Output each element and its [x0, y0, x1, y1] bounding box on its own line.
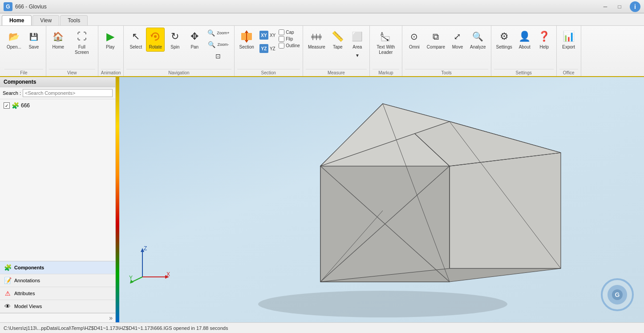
tab-model-views[interactable]: 👁 Model Views: [0, 300, 115, 313]
components-title: Components: [4, 79, 36, 85]
flip-input[interactable]: [279, 36, 284, 42]
navigation-group-items: ↖ Select Rotate ↻ Spin ✥ Pan: [126, 28, 231, 68]
ribbon-group-animation: ▶ Play Animation: [98, 26, 124, 76]
fullscreen-button[interactable]: ⛶ Full Screen: [69, 28, 95, 57]
analyze-label: Analyze: [470, 45, 486, 50]
outline-checkbox[interactable]: Outline: [279, 43, 300, 49]
tab-home[interactable]: Home: [2, 15, 32, 25]
ribbon-group-markup: A Text With Leader Markup: [370, 26, 402, 76]
section-button[interactable]: Section: [237, 28, 256, 52]
ribbon-group-file: 📂 Open... 💾 Save File: [2, 26, 46, 76]
about-button[interactable]: 👤 About: [515, 28, 534, 52]
yz-icon: YZ: [259, 44, 268, 53]
tab-components[interactable]: 🧩 Components: [0, 261, 115, 274]
home-button[interactable]: 🏠 Home: [49, 28, 68, 52]
zoom-out-button[interactable]: 🔍 Zoom-: [205, 39, 231, 50]
play-icon: ▶: [103, 29, 117, 44]
view-group-items: 🏠 Home ⛶ Full Screen: [49, 28, 95, 68]
tape-button[interactable]: 📏 Tape: [328, 28, 347, 52]
3d-model-view: [116, 77, 644, 322]
office-group-items: 📊 Export: [559, 28, 578, 68]
tree-item-666[interactable]: ✓ 🧩 666: [2, 101, 113, 110]
pan-button[interactable]: ✥ Pan: [185, 28, 204, 52]
save-button[interactable]: 💾 Save: [24, 28, 43, 52]
text-leader-label: Text With Leader: [375, 45, 397, 55]
tree-area: ✓ 🧩 666: [0, 99, 115, 261]
omni-button[interactable]: ⊙ Omni: [405, 28, 424, 52]
outline-input[interactable]: [279, 43, 284, 49]
tools-group-label: Tools: [405, 69, 488, 75]
area-button[interactable]: ⬜ Area: [348, 28, 367, 52]
xy-label: XY: [270, 33, 275, 38]
pan-label: Pan: [190, 45, 198, 50]
text-leader-button[interactable]: A Text With Leader: [373, 28, 399, 57]
ribbon-group-section: Section XY XY YZ YZ Cap Flip: [235, 26, 303, 76]
ribbon: 📂 Open... 💾 Save File 🏠 Home ⛶ Full Scre…: [0, 26, 644, 77]
tree-checkbox[interactable]: ✓: [4, 102, 10, 109]
window-title: 666 - Glovius: [15, 4, 599, 10]
settings-group-items: ⚙ Settings 👤 About ❓ Help: [494, 28, 554, 68]
cap-input[interactable]: [279, 29, 284, 35]
annotations-tab-icon: 📝: [4, 276, 12, 284]
tab-tools[interactable]: Tools: [60, 15, 88, 25]
section-icon: [239, 29, 254, 44]
help-button[interactable]: ❓ Help: [535, 28, 554, 52]
svg-point-14: [258, 291, 507, 317]
home-icon: 🏠: [51, 29, 65, 44]
tab-bar: Home View Tools: [0, 13, 644, 26]
fit-icon: ⊡: [214, 52, 223, 61]
tab-annotations[interactable]: 📝 Annotations: [0, 274, 115, 287]
xy-icon: XY: [259, 31, 268, 40]
tab-attributes[interactable]: ⚠ Attributes: [0, 287, 115, 300]
svg-line-35: [131, 277, 142, 282]
help-icon: ❓: [537, 29, 551, 44]
move-button[interactable]: ⤢ Move: [448, 28, 467, 52]
compare-icon: ⧉: [429, 29, 443, 44]
play-button[interactable]: ▶ Play: [101, 28, 120, 52]
select-icon: ↖: [129, 29, 143, 44]
info-button[interactable]: i: [630, 1, 640, 12]
analyze-button[interactable]: 🔍 Analyze: [468, 28, 488, 52]
xy-axis-button[interactable]: XY XY: [257, 29, 278, 41]
about-label: About: [519, 45, 531, 50]
compare-button[interactable]: ⧉ Compare: [425, 28, 447, 52]
spin-button[interactable]: ↻ Spin: [166, 28, 184, 52]
search-input[interactable]: [23, 89, 113, 97]
area-dropdown-button[interactable]: ▼: [348, 52, 367, 59]
home-label: Home: [52, 45, 64, 50]
maximize-button[interactable]: □: [613, 2, 626, 11]
fit-button[interactable]: ⊡: [212, 51, 224, 61]
expand-panel-button[interactable]: »: [0, 313, 115, 322]
main-area: Components Search : ✓ 🧩 666 🧩 Components…: [0, 77, 644, 322]
ribbon-group-view: 🏠 Home ⛶ Full Screen View: [46, 26, 98, 76]
markup-group-items: A Text With Leader: [373, 28, 399, 68]
pan-icon: ✥: [187, 29, 202, 44]
glovius-watermark: G: [599, 277, 635, 313]
help-label: Help: [539, 45, 549, 50]
yz-axis-button[interactable]: YZ YZ: [257, 43, 278, 54]
svg-marker-4: [245, 30, 248, 33]
omni-label: Omni: [409, 45, 420, 50]
rotate-button[interactable]: Rotate: [146, 28, 165, 52]
open-button[interactable]: 📂 Open...: [4, 28, 24, 52]
area-icon: ⬜: [350, 29, 365, 44]
measure-button[interactable]: Measure: [306, 28, 328, 52]
svg-text:G: G: [615, 291, 620, 298]
tape-label: Tape: [333, 45, 343, 50]
section-group-items: Section XY XY YZ YZ Cap Flip: [237, 28, 300, 68]
flip-checkbox[interactable]: Flip: [279, 36, 300, 42]
minimize-button[interactable]: ─: [599, 2, 612, 11]
viewport[interactable]: Z X Y G: [116, 77, 644, 322]
export-button[interactable]: 📊 Export: [559, 28, 578, 52]
cap-checkbox[interactable]: Cap: [279, 29, 300, 35]
settings-button[interactable]: ⚙ Settings: [494, 28, 514, 52]
tab-view[interactable]: View: [32, 15, 59, 25]
zoom-in-button[interactable]: 🔍 Zoom+: [205, 28, 231, 38]
select-button[interactable]: ↖ Select: [126, 28, 145, 52]
yz-label: YZ: [270, 46, 275, 51]
compare-label: Compare: [427, 45, 445, 50]
analyze-icon: 🔍: [471, 29, 485, 44]
model-views-tab-label: Model Views: [14, 304, 42, 309]
save-label: Save: [28, 45, 39, 50]
file-group-label: File: [4, 69, 43, 75]
